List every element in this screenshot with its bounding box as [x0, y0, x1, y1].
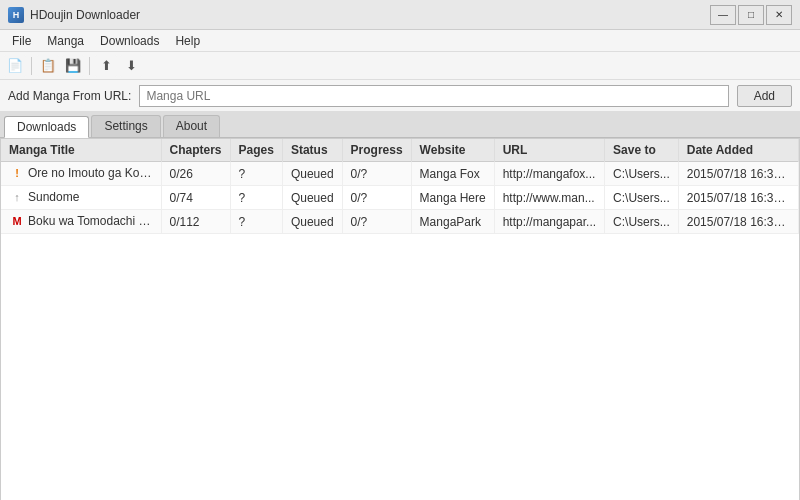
- col-title[interactable]: Manga Title: [1, 139, 161, 162]
- add-url-label: Add Manga From URL:: [8, 89, 131, 103]
- col-pages[interactable]: Pages: [230, 139, 282, 162]
- cell-saveto: C:\Users...: [605, 210, 679, 234]
- toolbar-separator-1: [31, 57, 32, 75]
- tab-downloads[interactable]: Downloads: [4, 116, 89, 138]
- cell-date: 2015/07/18 16:38:09: [678, 162, 798, 186]
- cell-website: MangaPark: [411, 210, 494, 234]
- close-button[interactable]: ✕: [766, 5, 792, 25]
- menu-manga[interactable]: Manga: [39, 32, 92, 50]
- col-saveto[interactable]: Save to: [605, 139, 679, 162]
- toolbar-down-btn[interactable]: ⬇: [120, 55, 142, 77]
- cell-url: http://mangapar...: [494, 210, 604, 234]
- tabs: Downloads Settings About: [0, 112, 800, 138]
- cell-title: MBoku wa Tomodachi ga S...: [1, 210, 161, 234]
- cell-website: Manga Fox: [411, 162, 494, 186]
- window-title: HDoujin Downloader: [30, 8, 140, 22]
- toolbar-open-btn[interactable]: 📋: [37, 55, 59, 77]
- col-date[interactable]: Date Added: [678, 139, 798, 162]
- app-icon: H: [8, 7, 24, 23]
- cell-date: 2015/07/18 16:38:37: [678, 186, 798, 210]
- url-input[interactable]: [139, 85, 728, 107]
- menu-downloads[interactable]: Downloads: [92, 32, 167, 50]
- cell-status: Queued: [282, 210, 342, 234]
- cell-progress: 0/?: [342, 210, 411, 234]
- cell-website: Manga Here: [411, 186, 494, 210]
- table-container: Manga Title Chapters Pages Status Progre…: [0, 138, 800, 500]
- col-chapters[interactable]: Chapters: [161, 139, 230, 162]
- table-row[interactable]: MBoku wa Tomodachi ga S... 0/112 ? Queue…: [1, 210, 800, 234]
- cell-url: http://mangafox...: [494, 162, 604, 186]
- cell-progress: 0/?: [342, 186, 411, 210]
- cell-saveto: C:\Users...: [605, 186, 679, 210]
- toolbar-up-btn[interactable]: ⬆: [95, 55, 117, 77]
- toolbar-save-btn[interactable]: 💾: [62, 55, 84, 77]
- add-button[interactable]: Add: [737, 85, 792, 107]
- tab-settings[interactable]: Settings: [91, 115, 160, 137]
- cell-status: Queued: [282, 186, 342, 210]
- col-url[interactable]: URL: [494, 139, 604, 162]
- cell-saveto: C:\Users...: [605, 162, 679, 186]
- cell-chapters: 0/26: [161, 162, 230, 186]
- title-bar: H HDoujin Downloader — □ ✕: [0, 0, 800, 30]
- title-bar-left: H HDoujin Downloader: [8, 7, 140, 23]
- menu-file[interactable]: File: [4, 32, 39, 50]
- cell-pages: ?: [230, 186, 282, 210]
- window-controls: — □ ✕: [710, 5, 792, 25]
- col-progress[interactable]: Progress: [342, 139, 411, 162]
- table-row[interactable]: !Ore no Imouto ga Konna... 0/26 ? Queued…: [1, 162, 800, 186]
- cell-chapters: 0/112: [161, 210, 230, 234]
- cell-pages: ?: [230, 210, 282, 234]
- cell-date: 2015/07/18 16:38:48: [678, 210, 798, 234]
- main-content: Manga Title Chapters Pages Status Progre…: [0, 138, 800, 500]
- cell-chapters: 0/74: [161, 186, 230, 210]
- col-status[interactable]: Status: [282, 139, 342, 162]
- table-header: Manga Title Chapters Pages Status Progre…: [1, 139, 800, 162]
- toolbar-separator-2: [89, 57, 90, 75]
- table-row[interactable]: ↑Sundome 0/74 ? Queued 0/? Manga Here ht…: [1, 186, 800, 210]
- cell-pages: ?: [230, 162, 282, 186]
- menu-help[interactable]: Help: [167, 32, 208, 50]
- add-url-bar: Add Manga From URL: Add: [0, 80, 800, 112]
- table-body: !Ore no Imouto ga Konna... 0/26 ? Queued…: [1, 162, 800, 234]
- minimize-button[interactable]: —: [710, 5, 736, 25]
- maximize-button[interactable]: □: [738, 5, 764, 25]
- downloads-table: Manga Title Chapters Pages Status Progre…: [1, 139, 800, 234]
- menu-bar: File Manga Downloads Help: [0, 30, 800, 52]
- cell-status: Queued: [282, 162, 342, 186]
- col-website[interactable]: Website: [411, 139, 494, 162]
- cell-url: http://www.man...: [494, 186, 604, 210]
- cell-title: ↑Sundome: [1, 186, 161, 210]
- cell-progress: 0/?: [342, 162, 411, 186]
- toolbar-new-btn[interactable]: 📄: [4, 55, 26, 77]
- tab-about[interactable]: About: [163, 115, 220, 137]
- toolbar: 📄 📋 💾 ⬆ ⬇: [0, 52, 800, 80]
- cell-title: !Ore no Imouto ga Konna...: [1, 162, 161, 186]
